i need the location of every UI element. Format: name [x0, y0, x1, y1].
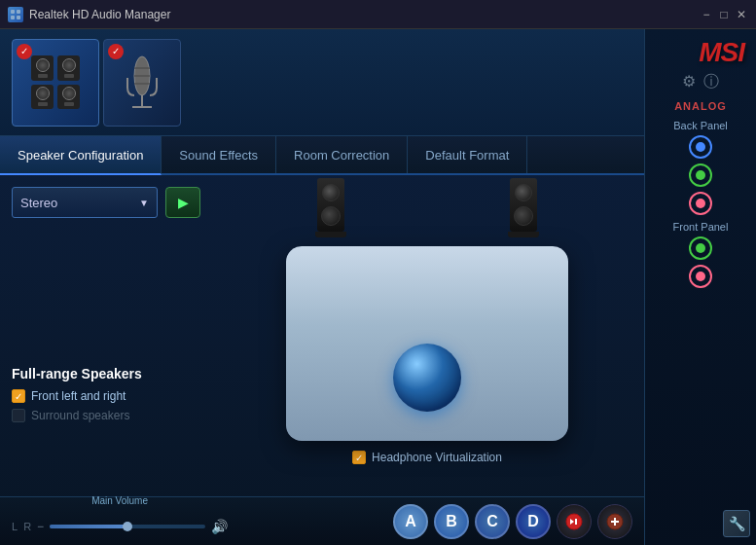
left-controls: Stereo ▼ ▶ Full-range Speakers Front lef…	[12, 187, 206, 485]
svg-rect-2	[11, 16, 15, 19]
speaker-rect	[38, 102, 48, 106]
maximize-button[interactable]: □	[717, 8, 731, 21]
stage-ball	[393, 344, 461, 412]
surround-checkbox	[12, 409, 25, 422]
settings-action-button[interactable]	[597, 504, 632, 539]
app-title: Realtek HD Audio Manager	[29, 8, 170, 21]
speaker-base	[508, 232, 539, 237]
svg-rect-1	[17, 10, 20, 14]
info-icon[interactable]: ⓘ	[703, 72, 719, 92]
right-panel-icons: ⚙ ⓘ	[682, 72, 719, 92]
speaker-dome	[322, 184, 340, 201]
port-inner	[696, 170, 705, 180]
bottom-bar: Main Volume L R − 🔊 A B C D	[0, 496, 644, 545]
svg-rect-3	[17, 16, 20, 19]
volume-section: Main Volume L R − 🔊	[12, 509, 228, 534]
mute-button[interactable]	[557, 504, 592, 539]
title-bar: Realtek HD Audio Manager − □ ✕	[0, 0, 756, 29]
port-back-blue[interactable]	[689, 135, 712, 159]
right-channel-label: R	[23, 521, 31, 532]
speaker-circle	[62, 58, 76, 72]
right-speaker-viz[interactable]	[508, 178, 539, 237]
gear-icon[interactable]: ⚙	[682, 72, 696, 92]
tab-room-correction[interactable]: Room Correction	[276, 136, 408, 173]
right-panel: msi ⚙ ⓘ ANALOG Back Panel Front Panel	[644, 29, 756, 545]
play-button[interactable]: ▶	[165, 187, 200, 218]
mic-device-icon[interactable]: ✓	[103, 39, 181, 127]
speaker-unit-br	[57, 85, 80, 110]
wrench-button[interactable]: 🔧	[723, 510, 750, 537]
speaker-circle	[36, 87, 50, 100]
speaker-circle	[36, 58, 50, 72]
dropdown-arrow-icon: ▼	[139, 198, 149, 208]
check-badge-speaker: ✓	[17, 44, 32, 59]
eq-profile-b-button[interactable]: B	[434, 504, 469, 539]
back-panel-ports	[689, 135, 712, 215]
left-channel-label: L	[12, 521, 18, 532]
device-bar: ✓	[0, 29, 644, 136]
speakers-section: Full-range Speakers Front left and right…	[12, 366, 206, 428]
headphone-checkbox[interactable]	[352, 451, 366, 464]
speaker-woofer	[321, 206, 341, 226]
window-controls: − □ ✕	[700, 8, 748, 21]
port-front-green[interactable]	[689, 236, 712, 260]
full-range-title: Full-range Speakers	[12, 366, 206, 382]
tab-default-format[interactable]: Default Format	[408, 136, 527, 173]
tab-sound-effects[interactable]: Sound Effects	[162, 136, 276, 173]
port-inner	[696, 272, 705, 281]
speaker-unit-tl	[31, 55, 54, 81]
speaker-stage	[286, 246, 568, 441]
port-inner	[696, 142, 705, 152]
vol-speaker-icon: 🔊	[211, 519, 228, 534]
eq-profile-a-button[interactable]: A	[393, 504, 428, 539]
volume-fill	[50, 525, 127, 528]
speaker-circle	[62, 87, 76, 100]
content-area: ✓	[0, 29, 644, 545]
surround-row: Surround speakers	[12, 409, 206, 422]
viz-area: Headphone Virtualization	[222, 187, 632, 485]
title-bar-left: Realtek HD Audio Manager	[8, 7, 170, 22]
volume-label: Main Volume	[91, 495, 148, 506]
close-button[interactable]: ✕	[735, 8, 748, 21]
port-back-pink[interactable]	[689, 192, 712, 215]
eq-profile-d-button[interactable]: D	[516, 504, 551, 539]
msi-logo: msi	[699, 37, 744, 68]
headphone-row: Headphone Virtualization	[352, 451, 502, 464]
tabs-bar: Speaker Configuration Sound Effects Room…	[0, 136, 644, 175]
port-back-green[interactable]	[689, 164, 712, 187]
port-inner	[696, 199, 705, 208]
speaker-dropdown[interactable]: Stereo ▼	[12, 187, 158, 218]
port-inner	[696, 243, 705, 253]
bottom-buttons: A B C D	[393, 504, 632, 539]
left-speaker-body	[317, 178, 344, 232]
speaker-rect	[64, 74, 74, 78]
headphone-label: Headphone Virtualization	[372, 451, 502, 464]
speaker-base	[315, 232, 346, 237]
left-speaker-viz[interactable]	[315, 178, 346, 237]
speaker-unit-bl	[31, 85, 54, 110]
speaker-device-icon[interactable]: ✓	[12, 39, 99, 127]
front-panel-ports	[689, 236, 712, 288]
volume-slider[interactable]	[50, 525, 205, 528]
svg-rect-11	[575, 519, 577, 525]
svg-rect-0	[11, 10, 15, 14]
speaker-unit-tr	[57, 55, 80, 81]
tab-speaker-configuration[interactable]: Speaker Configuration	[0, 136, 162, 175]
play-icon: ▶	[178, 195, 189, 210]
main-container: ✓	[0, 29, 756, 545]
analog-label: ANALOG	[674, 100, 727, 112]
front-left-right-checkbox[interactable]	[12, 389, 25, 403]
app-icon	[8, 7, 23, 22]
check-badge-mic: ✓	[108, 44, 124, 59]
speaker-rect	[64, 102, 74, 106]
surround-label: Surround speakers	[31, 409, 129, 422]
wrench-icon: 🔧	[729, 516, 745, 531]
front-panel-label: Front Panel	[673, 221, 729, 233]
front-left-right-label: Front left and right	[31, 389, 126, 403]
port-front-pink[interactable]	[689, 265, 712, 288]
speaker-select-row: Stereo ▼ ▶	[12, 187, 206, 218]
front-left-right-row: Front left and right	[12, 389, 206, 403]
speaker-woofer	[514, 206, 533, 226]
eq-profile-c-button[interactable]: C	[475, 504, 510, 539]
minimize-button[interactable]: −	[700, 8, 713, 21]
